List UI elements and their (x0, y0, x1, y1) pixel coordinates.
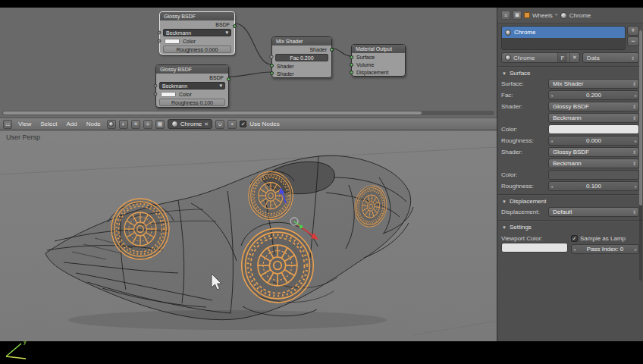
node-glossy-bsdf-2[interactable]: Glossy BSDF BSDF Beckmann ▾ Color Roughn… (155, 64, 229, 108)
compositing-icon[interactable]: ▦ (155, 120, 165, 129)
roughness-slider[interactable]: Roughness 0.100 (159, 99, 225, 106)
roughness-slider[interactable]: Roughness 0.000 (163, 46, 231, 53)
slider-left-arrow-icon[interactable]: ◂ (550, 93, 553, 98)
surface-input-socket[interactable] (350, 55, 353, 59)
shader2-menu[interactable]: Glossy BSDF ⇕ (548, 147, 639, 157)
node-editor-hscrollbar[interactable] (2, 111, 494, 115)
menu-select[interactable]: Select (37, 121, 60, 127)
material-sphere-icon (171, 121, 178, 127)
roughness1-label: Roughness: (501, 137, 547, 144)
distribution-dropdown[interactable]: Beckmann ▾ (163, 29, 231, 36)
color-label: Color (179, 92, 192, 97)
updown-arrow-icon: ⇕ (632, 161, 636, 166)
material-slot-list[interactable]: Chrome (501, 26, 626, 50)
menu-add[interactable]: Add (63, 121, 80, 127)
use-nodes-checkbox[interactable]: ✓ (240, 121, 246, 127)
material-slot-area: Chrome + − (497, 24, 643, 50)
editor-type-icon[interactable]: ⚏ (3, 120, 12, 129)
slider-right-arrow-icon[interactable]: ▸ (635, 184, 637, 189)
add-slot-button[interactable]: + (627, 26, 639, 36)
slider-left-arrow-icon[interactable]: ◂ (573, 246, 576, 252)
displacement-panel-header[interactable]: ▼ Displacement (497, 194, 643, 206)
pin-icon[interactable]: ⌖ (227, 120, 237, 129)
displacement-menu[interactable]: Default ⇕ (548, 207, 639, 217)
viewport-color-swatch[interactable] (501, 243, 568, 253)
distribution-dropdown[interactable]: Beckmann ▾ (159, 82, 225, 89)
scene-icon[interactable]: ▣ (513, 11, 522, 20)
properties-scrollbar[interactable] (639, 30, 642, 281)
shader-input-socket-2[interactable] (270, 71, 274, 75)
node-title[interactable]: Mix Shader (272, 37, 331, 46)
node-canvas[interactable]: Glossy BSDF BSDF Beckmann ▾ Color Roughn… (0, 8, 497, 118)
distribution1-menu[interactable]: Beckmann ⇕ (548, 113, 639, 123)
fake-user-button[interactable]: F (557, 53, 567, 62)
node-title[interactable]: Material Output (352, 45, 405, 53)
scrollbar-handle[interactable] (639, 30, 642, 206)
shader-input-label: Shader (277, 64, 294, 69)
fac-slider[interactable]: Fac 0.200 (275, 54, 328, 61)
displacement-input-socket[interactable] (350, 71, 353, 74)
bsdf-output-socket[interactable] (227, 77, 231, 81)
node-title[interactable]: Glossy BSDF (156, 65, 228, 74)
fac-label: Fac: (501, 92, 547, 99)
breadcrumb-material[interactable]: Chrome (569, 12, 591, 19)
sample-as-lamp-checkbox[interactable]: ✓ (571, 235, 578, 242)
surface-shader-menu[interactable]: Mix Shader ⇕ (548, 79, 639, 89)
menu-view[interactable]: View (15, 121, 34, 127)
material-sphere-icon (505, 55, 511, 61)
unlink-icon[interactable]: ✕ (204, 121, 209, 127)
svg-text:y: y (24, 339, 27, 345)
shader-output-label: Shader (309, 47, 327, 52)
surface-panel-header[interactable]: ▼ Surface (497, 66, 643, 78)
breadcrumb-object[interactable]: Wheels (532, 12, 553, 19)
fac-slider[interactable]: ◂ 0.200 ▸ (548, 90, 639, 100)
shader-type-lamp-icon[interactable]: ☀ (131, 120, 140, 129)
3d-viewport[interactable]: User Persp (0, 130, 497, 341)
color-label: Color (183, 39, 196, 44)
wheel-front-left (111, 199, 169, 259)
material-datablock-selector[interactable]: Chrome ✕ (168, 119, 212, 129)
node-mix-shader[interactable]: Mix Shader Shader Fac 0.200 Shader Shade… (271, 36, 332, 78)
slider-left-arrow-icon[interactable]: ◂ (550, 184, 553, 189)
material-browse-widget[interactable]: Chrome F ✕ (501, 52, 580, 63)
settings-panel-header[interactable]: ▼ Settings (497, 220, 643, 232)
shader1-menu[interactable]: Glossy BSDF ⇕ (548, 102, 639, 111)
color-swatch[interactable] (165, 39, 180, 44)
material-slot-row-empty[interactable] (502, 38, 625, 49)
node-title[interactable]: Glossy BSDF (160, 12, 234, 20)
scrollbar-handle[interactable] (3, 111, 422, 115)
shader-input-socket-1[interactable] (270, 64, 274, 67)
updown-arrow-icon: ⇕ (632, 115, 636, 121)
remove-slot-button[interactable]: − (627, 36, 639, 46)
slider-left-arrow-icon[interactable]: ◂ (550, 138, 553, 143)
datablock-row: Chrome F ✕ Data ⇕ (497, 50, 643, 64)
shader-type-world-icon[interactable]: ◐ (119, 120, 128, 129)
unlink-icon[interactable]: ✕ (569, 53, 579, 62)
material-slot-row-active[interactable]: Chrome (502, 27, 625, 38)
surface-input-label: Surface (356, 55, 375, 60)
shader-type-object-icon[interactable] (107, 120, 116, 129)
slider-right-arrow-icon[interactable]: ▸ (635, 246, 637, 252)
distribution2-menu[interactable]: Beckmann ⇕ (548, 158, 639, 168)
volume-input-socket[interactable] (350, 63, 353, 67)
node-glossy-bsdf-1[interactable]: Glossy BSDF BSDF Beckmann ▾ Color Roughn… (159, 11, 235, 55)
pass-index-field[interactable]: ◂ Pass Index: 0 ▸ (571, 244, 639, 254)
slider-right-arrow-icon[interactable]: ▸ (635, 138, 637, 143)
snap-icon[interactable]: ∪ (215, 120, 224, 129)
data-menu-button[interactable]: Data ⇕ (582, 52, 639, 63)
roughness1-slider[interactable]: ◂ 0.000 ▸ (548, 136, 639, 146)
menu-node[interactable]: Node (83, 121, 104, 127)
bsdf-output-socket[interactable] (233, 24, 237, 28)
roughness2-slider[interactable]: ◂ 0.100 ▸ (548, 181, 639, 191)
node-editor-region[interactable]: Glossy BSDF BSDF Beckmann ▾ Color Roughn… (0, 8, 497, 130)
shader-output-socket[interactable] (330, 48, 334, 52)
slider-right-arrow-icon[interactable]: ▸ (635, 93, 637, 98)
breadcrumb-chevron-icon: ‣ (555, 12, 558, 18)
color-swatch[interactable] (161, 92, 176, 97)
node-material-output[interactable]: Material Output Surface Volume Displacem… (351, 44, 406, 77)
color1-swatch[interactable] (548, 124, 639, 134)
wireframe-scene (0, 130, 497, 341)
properties-editor-icon[interactable]: ≡ (501, 11, 510, 20)
node-tree-type-icon[interactable]: ⚛ (143, 120, 152, 129)
color2-swatch[interactable] (548, 170, 639, 180)
